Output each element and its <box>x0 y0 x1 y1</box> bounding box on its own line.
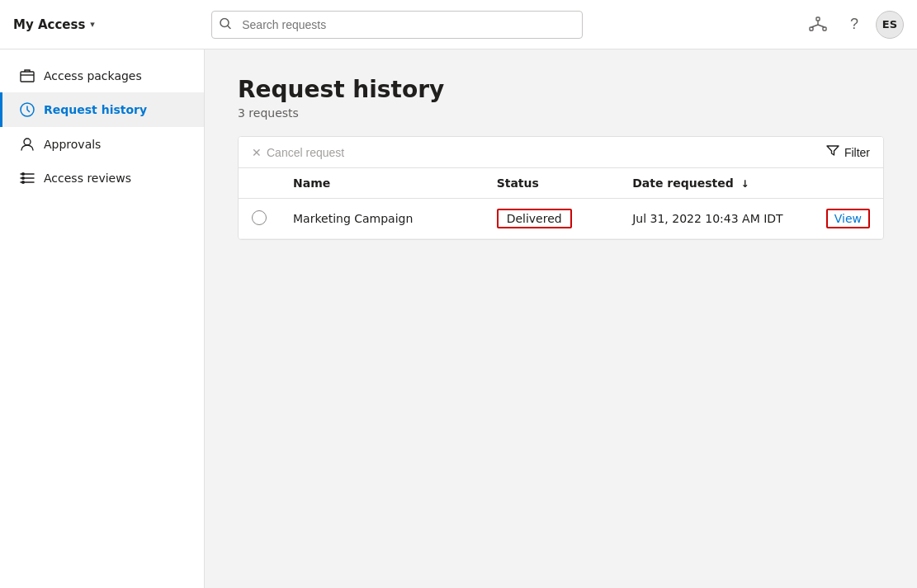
approvals-icon <box>19 137 35 152</box>
network-icon-button[interactable] <box>803 10 833 40</box>
help-icon: ? <box>850 16 858 33</box>
access-packages-icon <box>19 69 35 82</box>
row-status: Delivered <box>484 199 620 239</box>
main-content: Request history 3 requests ✕ Cancel requ… <box>205 49 917 588</box>
sidebar: Access packages Request history Approval… <box>0 49 205 588</box>
svg-rect-4 <box>823 27 826 31</box>
table-row: Marketing Campaign Delivered Jul 31, 202… <box>239 199 883 239</box>
col-header-checkbox <box>239 168 280 199</box>
row-radio-cell <box>239 199 280 239</box>
row-action: View <box>813 199 883 239</box>
svg-line-6 <box>811 25 818 27</box>
sidebar-item-access-packages[interactable]: Access packages <box>0 59 204 92</box>
sidebar-item-approvals[interactable]: Approvals <box>0 127 204 162</box>
filter-icon <box>826 145 839 159</box>
sidebar-item-access-reviews[interactable]: Access reviews <box>0 162 204 195</box>
svg-rect-8 <box>21 72 34 82</box>
col-header-status: Status <box>484 168 620 199</box>
sidebar-item-label: Access reviews <box>44 172 131 185</box>
sort-icon: ↓ <box>741 178 749 190</box>
sidebar-item-label: Approvals <box>44 138 101 151</box>
header-actions: ? ES <box>803 10 904 40</box>
col-header-action <box>813 168 883 199</box>
svg-point-14 <box>21 172 25 176</box>
search-input[interactable] <box>211 11 583 39</box>
chevron-icon: ▾ <box>90 19 95 30</box>
col-header-date[interactable]: Date requested ↓ <box>619 168 813 199</box>
page-subtitle: 3 requests <box>238 106 884 120</box>
cancel-icon: ✕ <box>252 146 262 159</box>
svg-line-7 <box>818 25 825 27</box>
sidebar-item-label: Access packages <box>44 69 142 82</box>
svg-point-16 <box>21 181 25 184</box>
requests-table-container: ✕ Cancel request Filter <box>238 136 884 240</box>
avatar[interactable]: ES <box>876 11 904 39</box>
sidebar-item-label: Request history <box>44 103 147 116</box>
cancel-request-button[interactable]: ✕ Cancel request <box>252 146 344 159</box>
help-button[interactable]: ? <box>839 10 869 40</box>
svg-rect-2 <box>816 17 820 21</box>
page-title: Request history <box>238 76 884 103</box>
requests-table: Name Status Date requested ↓ <box>239 168 883 239</box>
sidebar-item-request-history[interactable]: Request history <box>0 92 204 127</box>
header: My Access ▾ ? ES <box>0 0 917 49</box>
search-bar <box>211 11 583 39</box>
row-radio[interactable] <box>252 210 267 225</box>
status-badge: Delivered <box>497 209 572 228</box>
brand[interactable]: My Access ▾ <box>13 17 95 32</box>
svg-rect-3 <box>810 27 813 31</box>
request-history-icon <box>19 102 35 117</box>
row-date: Jul 31, 2022 10:43 AM IDT <box>619 199 813 239</box>
svg-point-10 <box>24 139 31 145</box>
col-header-name: Name <box>280 168 484 199</box>
search-icon <box>220 17 231 31</box>
svg-point-15 <box>21 176 25 180</box>
table-toolbar: ✕ Cancel request Filter <box>239 137 883 168</box>
brand-label: My Access <box>13 17 85 32</box>
access-reviews-icon <box>19 172 35 184</box>
layout: Access packages Request history Approval… <box>0 49 917 588</box>
svg-line-1 <box>228 26 230 28</box>
filter-button[interactable]: Filter <box>826 145 870 159</box>
row-name: Marketing Campaign <box>280 199 484 239</box>
view-link[interactable]: View <box>826 209 870 228</box>
